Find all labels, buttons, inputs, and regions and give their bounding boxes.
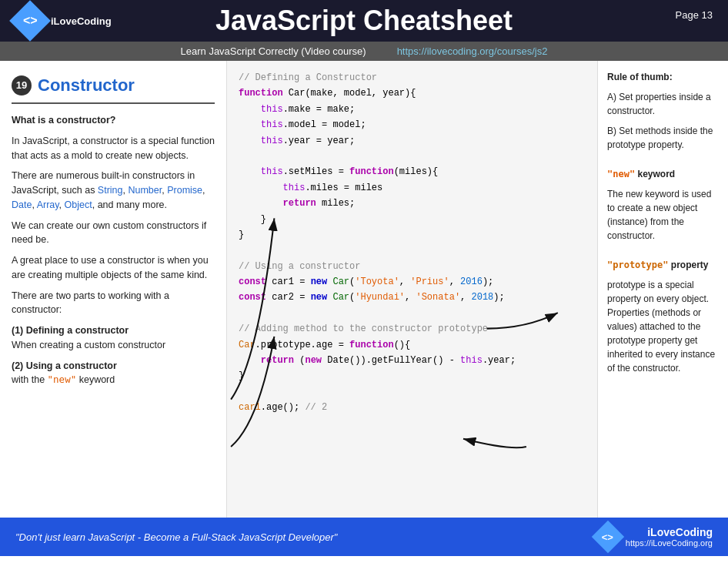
code-line-car2: const car2 = new Car('Hyundai', 'Sonata'… <box>239 290 586 305</box>
logo-area: <> iLoveCoding <box>15 6 112 35</box>
logo-text: iLoveCoding <box>51 15 112 27</box>
code-line-this-model: this.model = model; <box>239 117 586 132</box>
footer-logo-icon: <> <box>592 521 624 553</box>
code-line-function: function Car(make, model, year){ <box>239 85 586 101</box>
section-title: Constructor <box>38 72 135 98</box>
footer-logo-text: iLoveCoding https://iLoveCoding.org <box>626 526 713 548</box>
header: <> iLoveCoding JavaScript Cheatsheet Pag… <box>0 0 728 42</box>
section-number: 19 <box>12 75 32 96</box>
code-blank-1 <box>239 149 586 164</box>
code-line-close-car: } <box>239 227 586 243</box>
new-text: The new keyword is used to create a new … <box>607 187 719 243</box>
left-p1: In JavaScript, a constructor is a specia… <box>12 134 215 163</box>
section-title-row: 19 Constructor <box>12 72 215 104</box>
left-panel: 19 Constructor What is a constructor? In… <box>0 61 227 518</box>
footer-brand: iLoveCoding <box>626 526 713 538</box>
new-heading: "new" keyword <box>607 167 719 181</box>
main-content: 19 Constructor What is a constructor? In… <box>0 61 728 518</box>
code-comment-1: // Defining a Constructor <box>239 70 586 85</box>
footer-quote: "Don't just learn JavaScript - Become a … <box>15 531 338 543</box>
page-number: Page 13 <box>676 9 713 21</box>
what-heading: What is a constructor? <box>12 113 215 128</box>
left-part2: (2) Using a constructorwith the "new" ke… <box>12 359 215 388</box>
code-line-close-fn: } <box>239 212 586 227</box>
logo-diamond-icon: <> <box>9 0 51 42</box>
rule-b: B) Set methods inside the prototype prop… <box>607 124 719 152</box>
code-line-setmiles: this.setMiles = function(miles){ <box>239 164 586 179</box>
footer-logo-area: <> iLoveCoding https://iLoveCoding.org <box>596 525 713 548</box>
right-panel: Rule of thumb: A) Set properties inside … <box>597 61 728 518</box>
code-line-this-year: this.year = year; <box>239 133 586 149</box>
subtitle-bar: Learn JavaScript Correctly (Video course… <box>0 42 728 61</box>
left-part1: (1) Defining a constructorWhen creating … <box>12 323 215 353</box>
rule-heading: Rule of thumb: <box>607 70 719 84</box>
subtitle-url[interactable]: https://ilovecoding.org/courses/js2 <box>397 45 548 57</box>
footer-url: https://iLoveCoding.org <box>626 538 713 548</box>
code-blank-3 <box>239 306 586 321</box>
left-p4: A great place to use a constructor is wh… <box>12 253 215 283</box>
code-line-close-proto: } <box>239 368 586 384</box>
code-line-this-make: this.make = make; <box>239 102 586 117</box>
footer: "Don't just learn JavaScript - Become a … <box>0 518 728 556</box>
proto-text: prototype is a special property on every… <box>607 278 719 375</box>
code-panel: // Defining a Constructor function Car(m… <box>227 61 597 518</box>
page-title: JavaScript Cheatsheet <box>215 5 513 37</box>
logo-symbol: <> <box>23 14 38 28</box>
code-line-prototype: Car.prototype.age = function(){ <box>239 337 586 353</box>
code-line-return: return miles; <box>239 196 586 211</box>
proto-heading: "prototype" property <box>607 258 719 272</box>
code-line-car1: const car1 = new Car('Toyota', 'Prius', … <box>239 274 586 290</box>
code-line-car1-age: car1.age(); // 2 <box>239 400 586 415</box>
code-blank-2 <box>239 243 586 258</box>
subtitle-course: Learn JavaScript Correctly (Video course… <box>181 45 366 57</box>
code-comment-3: // Adding method to the constructor prot… <box>239 321 586 337</box>
rule-a: A) Set properties inside a constructor. <box>607 90 719 118</box>
code-blank-4 <box>239 384 586 400</box>
code-line-this-miles: this.miles = miles <box>239 180 586 196</box>
left-p2: There are numerous built-in constructors… <box>12 169 215 212</box>
left-p5: There are two parts to working with a co… <box>12 289 215 318</box>
code-line-return-year: return (new Date()).getFullYear() - this… <box>239 353 586 368</box>
left-p3: We can create our own custom constructor… <box>12 219 215 248</box>
code-comment-2: // Using a constructor <box>239 259 586 274</box>
